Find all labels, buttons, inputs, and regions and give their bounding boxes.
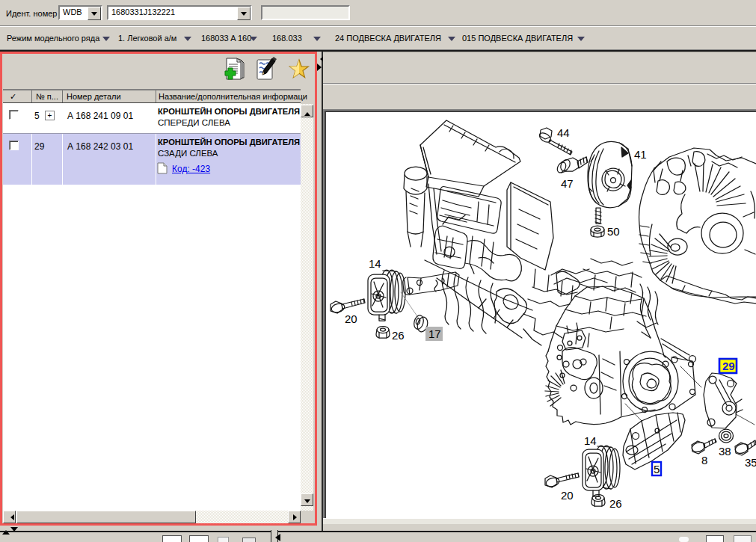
- svg-text:20: 20: [561, 489, 574, 502]
- svg-text:5: 5: [654, 463, 660, 475]
- svg-text:50: 50: [607, 225, 620, 238]
- svg-text:29: 29: [722, 360, 735, 372]
- svg-text:35: 35: [745, 456, 756, 469]
- svg-text:38: 38: [719, 445, 731, 458]
- svg-text:20: 20: [345, 312, 357, 325]
- svg-text:14: 14: [369, 257, 381, 270]
- svg-text:14: 14: [584, 434, 597, 447]
- svg-text:44: 44: [557, 126, 570, 139]
- svg-text:8: 8: [701, 454, 707, 466]
- svg-text:26: 26: [392, 329, 405, 342]
- svg-text:26: 26: [609, 497, 622, 510]
- svg-text:17: 17: [428, 327, 441, 340]
- svg-text:47: 47: [561, 177, 574, 190]
- svg-text:41: 41: [634, 148, 647, 161]
